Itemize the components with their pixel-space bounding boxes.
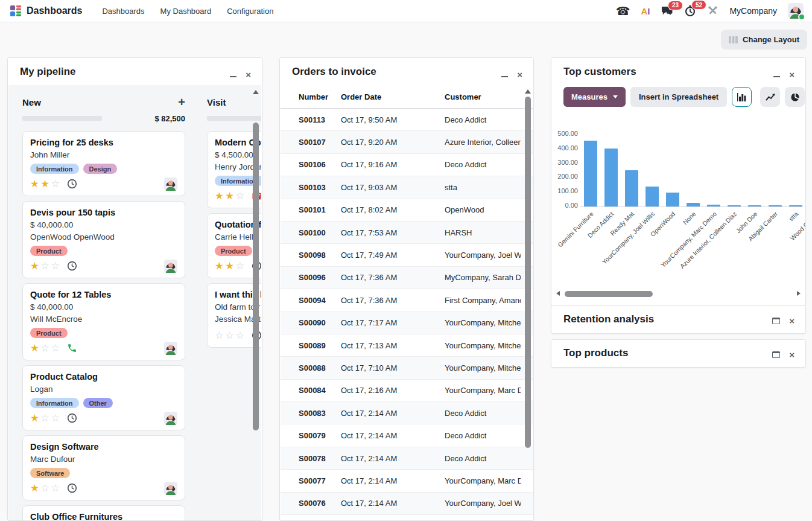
close-icon[interactable]: ×	[789, 316, 795, 325]
priority-stars[interactable]: ★☆☆	[30, 412, 62, 424]
clock-icon[interactable]	[67, 261, 77, 271]
star-empty-icon[interactable]: ☆	[51, 342, 62, 353]
star-empty-icon[interactable]: ☆	[236, 190, 246, 201]
bar-john-doe[interactable]	[748, 205, 761, 206]
avatar[interactable]	[164, 177, 177, 191]
star-empty-icon[interactable]: ☆	[40, 342, 51, 353]
minimize-icon[interactable]	[501, 72, 508, 77]
order-row-s00077[interactable]: S00077Oct 17, 2:14 AMYourCompany, Marc D…	[281, 470, 533, 492]
clock-icon[interactable]	[67, 483, 77, 493]
scrollbar-thumb[interactable]	[525, 97, 531, 448]
order-row-s00084[interactable]: S00084Oct 17, 2:16 AMYourCompany, Marc D…	[281, 380, 533, 402]
nav-item-my-dashboard[interactable]: My Dashboard	[153, 1, 220, 21]
close-icon[interactable]: ×	[517, 70, 522, 79]
star-filled-icon[interactable]: ★	[225, 260, 235, 271]
bar-gemini-furniture[interactable]	[584, 141, 597, 206]
ai-button[interactable]: AI	[641, 6, 650, 16]
priority-stars[interactable]: ★☆☆	[30, 260, 62, 272]
activity-button[interactable]	[67, 483, 77, 493]
kanban-card[interactable]: Pricing for 25 desksJohn MillerInformati…	[22, 131, 185, 196]
star-filled-icon[interactable]: ★	[30, 178, 40, 189]
scrollbar-thumb[interactable]	[565, 291, 653, 297]
star-empty-icon[interactable]: ☆	[40, 412, 51, 423]
order-row-s00083[interactable]: S00083Oct 17, 2:14 AMDeco Addict	[281, 402, 533, 424]
order-row-s00088[interactable]: S00088Oct 17, 7:10 AMYourCompany, Mitche…	[281, 357, 533, 379]
star-filled-icon[interactable]: ★	[215, 190, 225, 201]
scrollbar-thumb[interactable]	[253, 123, 259, 430]
activity-button[interactable]	[67, 261, 77, 271]
bar-yourcompany-marc-demo[interactable]	[707, 205, 720, 206]
bar-openwood[interactable]	[666, 193, 679, 206]
order-row-s00106[interactable]: S00106Oct 17, 9:16 AMDeco Addict	[281, 154, 533, 176]
user-menu[interactable]	[788, 3, 804, 19]
order-row-s00107[interactable]: S00107Oct 17, 9:20 AMAzure Interior, Col…	[281, 131, 533, 153]
star-empty-icon[interactable]: ☆	[236, 330, 246, 340]
bar-none[interactable]	[687, 203, 700, 206]
messages-button[interactable]: 23	[661, 5, 673, 17]
order-row-s00076[interactable]: S00076Oct 17, 2:14 AMYourCompany, Joel W…	[281, 493, 533, 515]
minimize-icon[interactable]	[230, 72, 236, 77]
clock-icon[interactable]	[67, 179, 77, 189]
star-filled-icon[interactable]: ★	[30, 342, 40, 353]
kanban-card[interactable]: Devis pour 150 tapis$ 40,000.00OpenWood …	[22, 201, 185, 278]
activity-button[interactable]	[67, 343, 77, 353]
bar-deco-addict[interactable]	[604, 149, 618, 206]
kanban-card[interactable]: Design SoftwareMarc DufourSoftware★☆☆	[22, 435, 185, 500]
scroll-right-arrow[interactable]	[797, 291, 801, 296]
order-row-s00096[interactable]: S00096Oct 17, 7:36 AMMyCompany, Sarah Da…	[281, 267, 533, 289]
priority-stars[interactable]: ★★☆	[215, 260, 246, 272]
star-empty-icon[interactable]: ☆	[51, 482, 62, 493]
bar-azure-interior-colleen-diaz[interactable]	[728, 205, 741, 206]
order-row-s00090[interactable]: S00090Oct 17, 7:17 AMYourCompany, Mitche…	[281, 312, 533, 334]
order-row-s00089[interactable]: S00089Oct 17, 7:13 AMYourCompany, Mitche…	[281, 334, 533, 357]
star-empty-icon[interactable]: ☆	[40, 482, 51, 493]
scroll-up-arrow[interactable]	[525, 89, 531, 94]
bar-abigail-carter[interactable]	[769, 205, 782, 206]
column-header-customer[interactable]: Customer	[445, 92, 521, 101]
column-header-order-date[interactable]: Order Date	[341, 92, 445, 101]
star-empty-icon[interactable]: ☆	[225, 330, 235, 340]
avatar[interactable]	[164, 260, 177, 273]
star-filled-icon[interactable]: ★	[40, 178, 51, 189]
maximize-icon[interactable]	[772, 318, 780, 324]
phone-icon[interactable]	[67, 343, 77, 353]
column-progress-bar[interactable]	[22, 116, 102, 121]
star-empty-icon[interactable]: ☆	[236, 260, 246, 271]
star-filled-icon[interactable]: ★	[30, 482, 40, 493]
order-row-s00098[interactable]: S00098Oct 17, 7:49 AMYourCompany, Joel W…	[281, 244, 533, 266]
star-empty-icon[interactable]: ☆	[40, 260, 51, 271]
bar-ready-mat[interactable]	[625, 170, 638, 206]
avatar[interactable]	[164, 342, 177, 355]
nav-item-dashboards[interactable]: Dashboards	[94, 1, 152, 21]
star-filled-icon[interactable]: ★	[225, 190, 235, 201]
order-row-s00113[interactable]: S00113Oct 17, 9:50 AMDeco Addict	[281, 109, 533, 131]
voip-phone-button[interactable]: ☎	[616, 5, 630, 17]
order-row-s00100[interactable]: S00100Oct 17, 7:53 AMHARSH	[281, 222, 533, 244]
kanban-card[interactable]: Quote for 12 Tables$ 40,000.00Will McEnc…	[22, 283, 185, 360]
activities-button[interactable]: 52	[684, 5, 696, 17]
close-icon[interactable]: ×	[789, 350, 795, 359]
close-icon[interactable]: ×	[246, 70, 251, 79]
company-selector[interactable]: MyCompany	[729, 6, 777, 16]
priority-stars[interactable]: ★★☆	[30, 178, 62, 190]
star-empty-icon[interactable]: ☆	[51, 260, 62, 271]
order-row-s00103[interactable]: S00103Oct 17, 9:03 AMstta	[281, 176, 533, 199]
priority-stars[interactable]: ☆☆☆	[215, 330, 246, 341]
kanban-card[interactable]: Product CatalogLoganInformationOther★☆☆	[22, 365, 185, 430]
clock-icon[interactable]	[67, 413, 77, 423]
app-switcher[interactable]: Dashboards	[6, 5, 86, 17]
column-header-number[interactable]: Number	[299, 92, 341, 101]
order-row-s00094[interactable]: S00094Oct 17, 7:36 AMFirst Company, Aman…	[281, 289, 533, 312]
star-filled-icon[interactable]: ★	[215, 260, 225, 271]
star-filled-icon[interactable]: ★	[30, 260, 40, 271]
priority-stars[interactable]: ★☆☆	[30, 482, 62, 494]
star-filled-icon[interactable]: ★	[30, 412, 40, 423]
kanban-card[interactable]: Club Office FurnituresJacques DunaganTra…	[22, 505, 185, 520]
nav-item-configuration[interactable]: Configuration	[219, 1, 281, 21]
debug-tools-button[interactable]	[707, 5, 718, 17]
star-empty-icon[interactable]: ☆	[215, 330, 225, 340]
scroll-up-arrow[interactable]	[253, 90, 259, 94]
activity-button[interactable]	[67, 413, 77, 423]
maximize-icon[interactable]	[772, 351, 780, 358]
bar-yourcompany-joel-willis[interactable]	[645, 187, 659, 206]
